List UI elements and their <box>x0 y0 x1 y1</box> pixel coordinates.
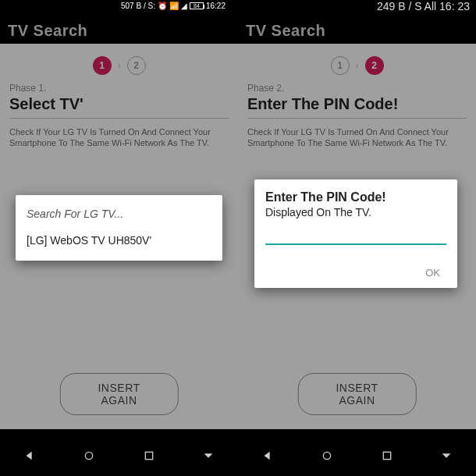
home-icon[interactable] <box>321 449 333 465</box>
svg-point-0 <box>86 452 93 459</box>
back-icon[interactable] <box>23 449 36 465</box>
battery-icon: 84 <box>190 2 204 9</box>
phase-title: Select TV' <box>9 95 229 119</box>
recent-icon[interactable] <box>381 449 393 465</box>
insert-again-button[interactable]: INSERT AGAIN <box>297 373 417 415</box>
step-1[interactable]: 1 <box>331 56 350 75</box>
pin-input[interactable] <box>265 226 446 245</box>
step-1[interactable]: 1 <box>93 56 112 75</box>
insert-again-button[interactable]: INSERT AGAIN <box>59 373 179 415</box>
chevron-right-icon: › <box>356 60 359 71</box>
phase-label: Phase 1. <box>9 83 229 94</box>
status-time: 16:22 <box>206 2 226 10</box>
home-icon[interactable] <box>83 449 95 465</box>
status-data-rate: 507 B / S: <box>121 2 155 10</box>
svg-rect-3 <box>383 452 390 459</box>
app-header: TV Search <box>0 16 238 44</box>
phase-label: Phase 2. <box>247 83 467 94</box>
status-bar-right: 249 B / S All 16: 23 <box>377 0 470 12</box>
stepper: 1 › 2 <box>0 44 238 83</box>
dialog-title: Search For LG TV... <box>27 208 211 220</box>
instructions-text: Check If Your LG TV Is Turned On And Con… <box>9 126 229 149</box>
app-header: TV Search <box>238 16 476 44</box>
status-bar-left: 507 B / S: ⏰ 📶 ◢ 84 16:22 <box>121 2 226 10</box>
menu-icon[interactable] <box>440 449 453 465</box>
menu-icon[interactable] <box>202 449 215 465</box>
ok-button[interactable]: OK <box>265 264 446 282</box>
alarm-icon: ⏰ <box>158 2 167 10</box>
navigation-bar <box>0 439 476 476</box>
pin-dialog-title: Enter The PIN Code! <box>265 190 446 204</box>
phase-title: Enter The PIN Code! <box>247 95 467 119</box>
back-icon[interactable] <box>261 449 274 465</box>
svg-rect-1 <box>145 452 152 459</box>
recent-icon[interactable] <box>143 449 155 465</box>
signal-icon: ◢ <box>181 2 187 10</box>
search-tv-dialog: Search For LG TV... [LG] WebOS TV UH850V… <box>16 195 222 261</box>
step-2[interactable]: 2 <box>365 56 384 75</box>
chevron-right-icon: › <box>118 60 121 71</box>
svg-point-2 <box>324 452 331 459</box>
step-2[interactable]: 2 <box>127 56 146 75</box>
pin-code-dialog: Enter The PIN Code! Displayed On The TV.… <box>254 179 457 288</box>
wifi-icon: 📶 <box>169 2 179 10</box>
pin-dialog-subtitle: Displayed On The TV. <box>265 206 446 218</box>
tv-list-item[interactable]: [LG] WebOS TV UH850V' <box>27 234 211 247</box>
stepper: 1 › 2 <box>238 44 476 83</box>
instructions-text: Check If Your LG TV Is Turned On And Con… <box>247 126 467 149</box>
